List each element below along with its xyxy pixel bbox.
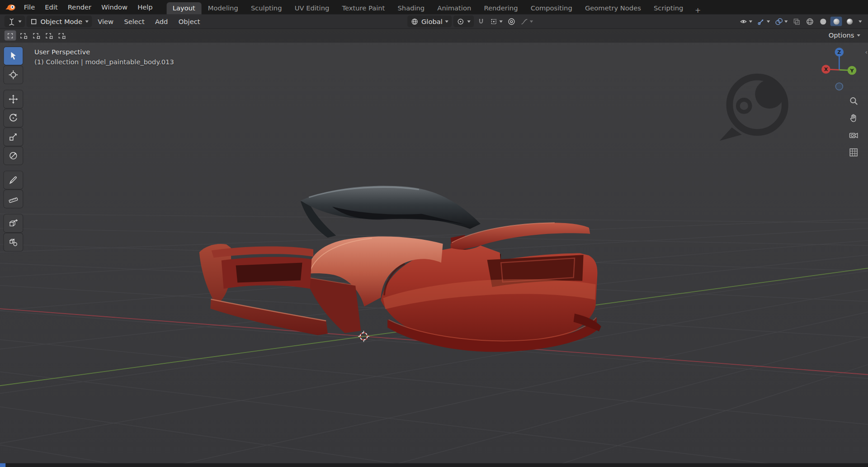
camera-view-control[interactable]: [847, 129, 860, 142]
tab-uv-editing[interactable]: UV Editing: [288, 2, 335, 14]
blender-logo-icon[interactable]: [5, 3, 17, 12]
bottom-panel-peek[interactable]: [0, 463, 5, 467]
tool-transform-button[interactable]: [4, 147, 23, 164]
proportional-editing-toggle[interactable]: [506, 15, 517, 27]
tab-sculpting[interactable]: Sculpting: [245, 2, 288, 14]
snap-toggle[interactable]: [476, 15, 486, 27]
shading-solid-button[interactable]: [817, 17, 829, 26]
tool-select-box-button[interactable]: [4, 47, 23, 65]
tab-geometry-nodes[interactable]: Geometry Nodes: [579, 2, 647, 14]
extra-tool-icon: [8, 237, 18, 247]
caret-down-icon: [857, 34, 860, 37]
tool-move-button[interactable]: [4, 91, 23, 108]
tab-modeling[interactable]: Modeling: [202, 2, 244, 14]
select-mode-invert-button[interactable]: [42, 30, 54, 40]
tab-scripting[interactable]: Scripting: [648, 2, 689, 14]
add-workspace-button[interactable]: +: [690, 6, 706, 14]
viewport-info-overlay: User Perspective (1) Collection | model_…: [34, 47, 174, 67]
navigation-gizmo[interactable]: Z X Y: [817, 45, 861, 95]
shading-material-preview-button[interactable]: [830, 17, 842, 26]
gizmo-negative-z-ball[interactable]: [835, 83, 843, 90]
gizmo-y-label: Y: [849, 68, 854, 74]
pan-control[interactable]: [847, 111, 860, 124]
menu-add[interactable]: Add: [151, 18, 172, 25]
tool-scale-button[interactable]: [4, 128, 23, 146]
caret-down-icon: [445, 20, 448, 23]
select-mode-extend-button[interactable]: [17, 30, 29, 40]
select-mode-intersect-button[interactable]: [55, 30, 67, 40]
material-sphere-icon: [832, 17, 841, 26]
menu-view[interactable]: View: [93, 18, 118, 25]
show-gizmo-toggle[interactable]: [755, 15, 772, 27]
mode-selector[interactable]: Object Mode: [27, 15, 92, 27]
menu-render[interactable]: Render: [63, 0, 96, 14]
viewport-display-controls: [738, 15, 863, 27]
caret-down-icon: [18, 20, 21, 23]
tool-extra-button[interactable]: [4, 234, 23, 251]
eye-icon: [740, 18, 747, 25]
transform-orientation-selector[interactable]: Global: [407, 15, 452, 27]
menu-object[interactable]: Object: [174, 18, 204, 25]
menu-file[interactable]: File: [19, 0, 40, 14]
proportional-falloff-selector[interactable]: [519, 15, 535, 27]
tab-rendering[interactable]: Rendering: [478, 2, 524, 14]
pivot-point-selector[interactable]: [453, 15, 474, 27]
scale-icon: [8, 132, 18, 142]
measure-ruler-icon: [8, 194, 18, 204]
tool-settings-bar: Options: [0, 28, 868, 43]
caret-down-icon: [500, 20, 503, 23]
menu-window[interactable]: Window: [96, 0, 132, 14]
left-toolbar: [4, 47, 24, 251]
sidebar-expand-chevron[interactable]: ‹: [865, 49, 867, 56]
select-mode-set-button[interactable]: [5, 30, 16, 40]
caret-down-icon: [467, 20, 471, 23]
tab-animation[interactable]: Animation: [431, 2, 477, 14]
shading-rendered-button[interactable]: [844, 17, 855, 26]
zoom-icon: [849, 96, 859, 106]
tool-add-cube-button[interactable]: [4, 214, 23, 232]
options-button[interactable]: Options: [825, 30, 863, 40]
shading-options-dropdown[interactable]: [857, 15, 864, 27]
tool-rotate-button[interactable]: [4, 109, 23, 127]
gizmo-icon: [757, 18, 765, 25]
options-label: Options: [829, 32, 854, 39]
shading-wireframe-button[interactable]: [804, 17, 816, 26]
tab-shading[interactable]: Shading: [392, 2, 431, 14]
select-mode-buttons: [5, 30, 67, 40]
caret-down-icon: [530, 20, 533, 23]
show-overlays-toggle[interactable]: [774, 15, 790, 27]
menu-help[interactable]: Help: [132, 0, 158, 14]
menu-edit[interactable]: Edit: [40, 0, 63, 14]
tool-measure-button[interactable]: [4, 190, 23, 208]
editor-type-button[interactable]: [5, 15, 25, 27]
editor-type-icon: [8, 18, 15, 25]
xray-icon: [793, 18, 800, 25]
annotate-pencil-icon: [8, 175, 18, 185]
snap-settings[interactable]: [488, 15, 505, 27]
zoom-control[interactable]: [847, 94, 860, 107]
ortho-toggle-control[interactable]: [847, 146, 860, 159]
caret-down-icon: [784, 20, 788, 23]
snap-target-icon: [490, 18, 498, 25]
topbar: File Edit Render Window Help Layout Mode…: [0, 0, 868, 14]
active-object-breadcrumb: (1) Collection | model_paintable_body.01…: [34, 57, 174, 67]
tab-layout[interactable]: Layout: [166, 2, 201, 14]
viewport-canvas[interactable]: [0, 0, 868, 467]
tool-annotate-button[interactable]: [4, 171, 23, 189]
select-mode-subtract-button[interactable]: [30, 30, 42, 40]
pivot-point-icon: [457, 18, 465, 25]
caret-down-icon: [859, 20, 862, 23]
xray-toggle[interactable]: [791, 15, 802, 27]
tool-cursor-button[interactable]: [4, 66, 23, 84]
menu-select[interactable]: Select: [120, 18, 149, 25]
magnet-icon: [477, 18, 485, 25]
grid-icon: [849, 148, 859, 157]
solid-sphere-icon: [818, 17, 827, 26]
add-cube-icon: [8, 218, 18, 228]
orientation-globe-icon: [411, 18, 419, 25]
tab-texture-paint[interactable]: Texture Paint: [336, 2, 391, 14]
tab-compositing[interactable]: Compositing: [524, 2, 578, 14]
caret-down-icon: [767, 20, 770, 23]
viewport-side-controls: [847, 94, 860, 159]
object-type-visibility[interactable]: [738, 15, 754, 27]
